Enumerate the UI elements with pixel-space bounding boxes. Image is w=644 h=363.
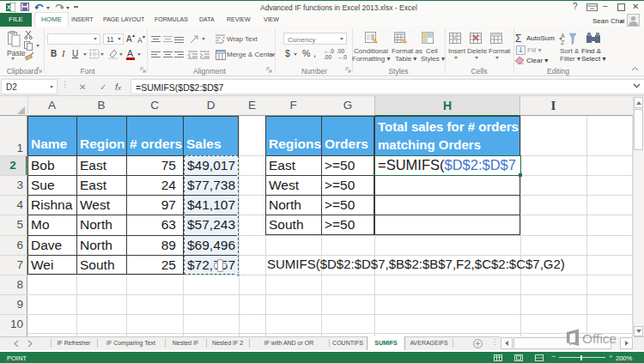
svg-text:Z: Z	[561, 39, 565, 45]
svg-text:X: X	[7, 4, 11, 10]
svg-text:Office: Office	[582, 331, 617, 346]
svg-text:A: A	[561, 33, 565, 39]
